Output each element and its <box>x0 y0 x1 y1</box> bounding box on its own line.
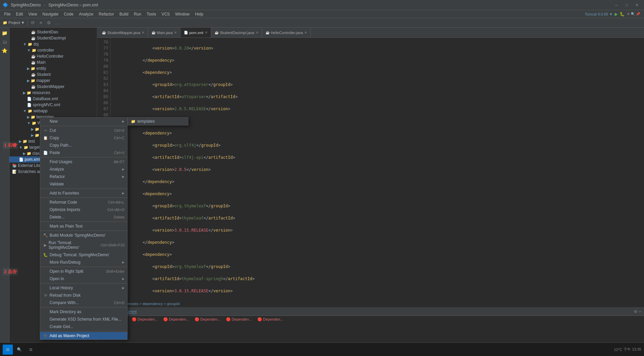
menu-edit[interactable]: Edit <box>13 11 26 17</box>
tree-item-main[interactable]: ☕ Main <box>9 59 97 65</box>
close-tab-main[interactable]: ✕ <box>174 31 177 34</box>
sub-templates[interactable]: 📁 templates <box>128 118 188 125</box>
toolbar-filter-btn[interactable]: ⚙ <box>45 19 53 27</box>
title-bar-controls[interactable]: ─ □ ✕ <box>612 3 641 7</box>
menu-analyze[interactable]: Analyze <box>76 11 96 17</box>
tree-item-student[interactable]: ☕ Student <box>9 71 97 78</box>
ctx-delete[interactable]: Delete... Delete <box>40 213 127 221</box>
tree-item-database[interactable]: 📄 DataBase.xml <box>9 96 97 102</box>
ctx-sep-3 <box>40 188 127 189</box>
folder-icon-entity: ▶ 📁 <box>27 66 35 71</box>
tree-item-webapp[interactable]: ▼ 📁 webapp <box>9 108 97 114</box>
close-tab-hellocontroller[interactable]: ✕ <box>304 31 307 34</box>
ctx-sep-5 <box>40 221 127 222</box>
start-button[interactable]: ⊞ <box>3 345 13 355</box>
tab-studentmapper[interactable]: ☕ StudentMapper.java ✕ <box>99 28 148 37</box>
tab-main[interactable]: ☕ Main.java ✕ <box>148 28 180 37</box>
search-taskbar-btn[interactable]: 🔍 <box>14 345 24 355</box>
menu-vcs[interactable]: VCS <box>159 11 173 17</box>
ctx-sep-7 <box>40 267 127 267</box>
tree-item-dsj[interactable]: ▼ 📁 dsj <box>9 41 97 47</box>
menu-code[interactable]: Code <box>61 11 76 17</box>
tab-hellocontroller[interactable]: ☕ HelloController.java ✕ <box>262 28 311 37</box>
xml-icon-mvc: 📄 <box>27 103 32 107</box>
ctx-reload-disk[interactable]: ⟳ Reload from Disk <box>40 292 127 299</box>
ctx-local-history[interactable]: Local History <box>40 284 127 292</box>
toolbar-more-btn[interactable]: … <box>53 19 61 27</box>
structure-icon-btn[interactable]: 🗂 <box>1 38 9 46</box>
tree-item-mapper[interactable]: ▶ 📁 mapper <box>9 78 97 84</box>
ctx-add-maven-project[interactable]: ➕ Add as Maven Project <box>40 332 127 339</box>
tab-studentdaoimpl[interactable]: ☕ StudentDaoImpl.java ✕ <box>211 28 262 37</box>
ctx-reformat[interactable]: Reformat Code Ctrl+Alt+L <box>40 199 127 206</box>
project-icon-btn[interactable]: 📁 <box>1 29 9 37</box>
task-view-btn[interactable]: ⧉ <box>26 345 36 355</box>
menu-view[interactable]: View <box>26 11 40 17</box>
ctx-copy[interactable]: 📋 Copy Ctrl+C <box>40 134 127 142</box>
ctx-build-module[interactable]: 🔨 Build Module 'SpringMvcDemo' <box>40 232 127 239</box>
close-tab-studentdaoimpl[interactable]: ✕ <box>256 31 258 34</box>
ctx-new[interactable]: New <box>40 118 127 125</box>
menu-file[interactable]: File <box>1 11 13 17</box>
ctx-create-gist[interactable]: Create Gist... <box>40 323 127 330</box>
problem-item-4: 🔴 Dependen... <box>226 317 252 322</box>
ctx-cut[interactable]: ✂ Cut Ctrl+X <box>40 127 127 134</box>
ctx-analyze[interactable]: Analyze <box>40 166 127 173</box>
tree-item-controller[interactable]: ▼ 📁 controller <box>9 47 97 53</box>
ctx-copy-path[interactable]: Copy Path... <box>40 142 127 149</box>
tree-item-studentdaoimpl[interactable]: ☕ StudentDaoImpl <box>9 35 97 41</box>
ctx-paste[interactable]: 📄 Paste Ctrl+V <box>40 149 127 156</box>
toolbar-sync-btn[interactable]: ⟳ <box>29 19 36 27</box>
toolbar-collapse-btn[interactable]: ≡ <box>37 19 45 27</box>
menu-run[interactable]: Run <box>131 11 144 17</box>
problems-settings-btn[interactable]: ⚙ <box>634 309 637 314</box>
tree-item-studentmapper[interactable]: ☕ StudentMapper <box>9 84 97 90</box>
ctx-refactor[interactable]: Refactor <box>40 173 127 180</box>
ctx-mark-directory[interactable]: Mark Directory as <box>40 308 127 316</box>
title-bar: 🔷 SpringMvcDemo – SpringMvcDemo – pom.xm… <box>0 0 644 10</box>
maximize-button[interactable]: □ <box>623 3 631 7</box>
menu-navigate[interactable]: Navigate <box>40 11 61 17</box>
ctx-debug-tomcat[interactable]: 🐛 Debug 'Tomcat: SpringMvcDemo' <box>40 251 127 259</box>
ctx-more-run[interactable]: More Run/Debug <box>40 259 127 266</box>
ctx-open-in[interactable]: Open In <box>40 275 127 283</box>
ctx-optimize-imports[interactable]: Optimize Imports Ctrl+Alt+O <box>40 206 127 213</box>
ctx-open-right-split[interactable]: Open in Right Split Shift+Enter <box>40 268 127 275</box>
ctx-add-favorites[interactable]: Add to Favorites <box>40 189 127 197</box>
folder-icon-templates: ▶ 📁 <box>27 115 35 119</box>
menu-window[interactable]: Window <box>172 11 192 17</box>
bookmarks-icon-btn[interactable]: ⭐ <box>1 47 9 55</box>
ctx-generate-xsd[interactable]: Generate XSD Schema from XML File... <box>40 316 127 323</box>
menu-tools[interactable]: Tools <box>144 11 159 17</box>
menu-help[interactable]: Help <box>192 11 206 17</box>
tab-pomxml[interactable]: 📄 pom.xml ✕ <box>180 28 211 37</box>
debug-button[interactable]: 🐛 <box>620 12 625 17</box>
java-icon-3: ☕ <box>31 54 36 59</box>
folder-icon-mapper: ▶ 📁 <box>27 79 35 83</box>
tree-item-springmvc[interactable]: 📄 springMVC.xml <box>9 102 97 108</box>
xml-icon-pom: 📄 <box>19 157 24 162</box>
ctx-compare-with[interactable]: Compare With... Ctrl+D <box>40 299 127 306</box>
tree-item-hellocontroller[interactable]: ☕ HelloController <box>9 53 97 59</box>
run-button[interactable]: ▶ <box>615 12 618 17</box>
menu-refactor[interactable]: Refactor <box>96 11 117 17</box>
code-editor[interactable]: <version>8.0.28</version> </dependency> … <box>111 38 644 300</box>
context-menu: New ✂ Cut Ctrl+X 📋 Copy Ctrl+C Copy Path… <box>40 117 128 340</box>
close-button[interactable]: ✕ <box>633 3 641 7</box>
folder-icon-dsj: ▼ 📁 <box>23 42 32 47</box>
ctx-run-tomcat[interactable]: ▶ Run 'Tomcat: SpringMvcDemo' Ctrl+Shift… <box>40 239 127 251</box>
ctx-mark-plain-text[interactable]: Mark as Plain Text <box>40 222 127 230</box>
problems-close-btn[interactable]: ─ <box>639 309 641 314</box>
menu-build[interactable]: Build <box>117 11 131 17</box>
minimize-button[interactable]: ─ <box>612 3 621 7</box>
ctx-validate[interactable]: Validate <box>40 180 127 188</box>
tree-item-studentdao[interactable]: ☕ StudentDao <box>9 29 97 35</box>
title-bar-left: 🔷 SpringMvcDemo – SpringMvcDemo – pom.xm… <box>3 2 98 7</box>
tree-item-resources[interactable]: ▶ 📁 resources <box>9 90 97 96</box>
tree-item-entity[interactable]: ▶ 📁 entity <box>9 65 97 71</box>
folder-icon-classes2: ▶ 📁 <box>23 151 31 156</box>
close-tab-studentmapper[interactable]: ✕ <box>142 31 144 34</box>
ctx-find-usages[interactable]: Find Usages Alt+F7 <box>40 158 127 166</box>
title-bar-app: SpringMvcDemo <box>11 3 41 7</box>
close-tab-pomxml[interactable]: ✕ <box>205 31 207 34</box>
